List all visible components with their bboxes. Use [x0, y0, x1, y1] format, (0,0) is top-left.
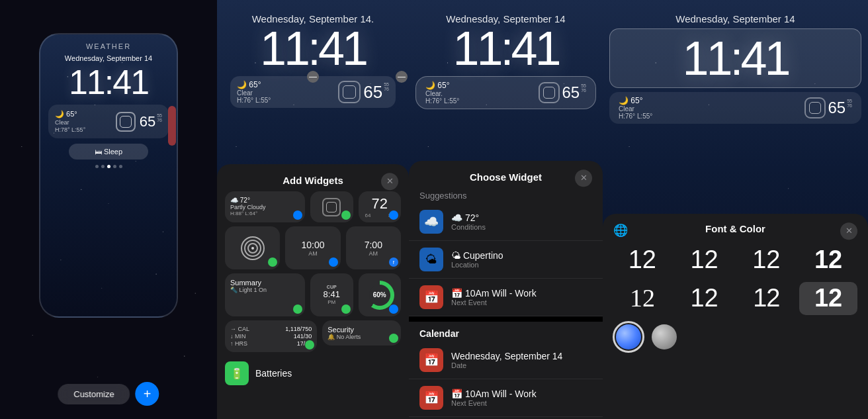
p3-weather-right: 65 55 76: [539, 82, 587, 103]
p4-weather-temp: 🌙 65°: [619, 96, 652, 105]
aws-time-widget1[interactable]: 10:00 AM: [285, 226, 340, 269]
dot-2: [101, 165, 105, 168]
color-gray-button[interactable]: [652, 324, 677, 349]
p1-bottom-bar: Customize +: [58, 382, 159, 406]
cupertino-icon: 🌤: [419, 248, 443, 271]
p4-weather-desc: Clear: [619, 105, 652, 113]
conditions-icon: ☁️: [419, 210, 443, 234]
p1-watch-icon: [116, 112, 136, 132]
cws-item-event[interactable]: 📅 📅 10Am Will - Work Next Event: [409, 279, 603, 316]
cws-event-title: 📅 10Am Will - Work: [451, 288, 537, 299]
aws-row-3: Summary 🔦 Light 1 On CUP 8:41 PM 60%: [217, 273, 409, 320]
p3-weather-temp: 🌙 65°: [425, 81, 459, 90]
aws-target-widget[interactable]: [225, 226, 280, 269]
remove-widget-right-button[interactable]: —: [396, 71, 408, 83]
p4-time-box: 11:41: [609, 28, 861, 88]
aws-min-val: 141/30: [294, 333, 312, 340]
aws-watch-widget[interactable]: [310, 191, 353, 222]
font-item-semibold[interactable]: 12: [799, 244, 857, 277]
p1-time: 11:41: [40, 65, 177, 99]
watch-face: [326, 202, 337, 212]
batteries-icon: 🔋: [225, 361, 249, 385]
cws-item-cupertino-text: 🌤 Cupertino Location: [451, 250, 503, 269]
cws-event-sub: Next Event: [451, 299, 537, 306]
aws-batteries-item[interactable]: 🔋 Batteries: [217, 356, 409, 391]
p1-watch-face: [120, 116, 132, 128]
cws-cal-event: 📅 10Am Will - Work: [451, 389, 537, 399]
p2-watch-icon: [338, 81, 361, 103]
cws-cal-date-item[interactable]: 📅 Wednesday, September 14 Date: [409, 342, 603, 379]
p4-watch-icon: [804, 97, 826, 118]
font-item-condensed[interactable]: 12: [675, 282, 734, 315]
p4-weather-detail: H:76° L:55°: [619, 113, 652, 120]
ring-3: [247, 243, 258, 254]
font-item-rounded[interactable]: 12: [738, 282, 796, 315]
p4-weather-left: 🌙 65° Clear H:76° L:55°: [619, 96, 652, 120]
font-item-bold-selected[interactable]: 12: [799, 282, 857, 315]
aws-close-button[interactable]: ✕: [381, 173, 398, 190]
p3-weather-detail: H:76° L:55°: [425, 97, 459, 105]
aws-time-widget2[interactable]: 7:00 AM f: [346, 226, 401, 269]
cws-divider: [409, 316, 603, 322]
aws-badge-security: [389, 334, 398, 343]
aws-summary-widget[interactable]: Summary 🔦 Light 1 On: [225, 273, 305, 316]
p2-watch-face: [343, 85, 356, 99]
cws-item-cupertino[interactable]: 🌤 🌤 Cupertino Location: [409, 241, 603, 279]
aws-security-widget[interactable]: Security 🔔 No Alerts: [322, 320, 401, 346]
cws-cal-event-item[interactable]: 📅 📅 10Am Will - Work Next Event: [409, 379, 603, 417]
aws-weather-widget[interactable]: ☁️ 72° Partly Cloudy H:88° L:64°: [225, 191, 305, 222]
cws-item-conditions[interactable]: ☁️ ☁️ 72° Conditions: [409, 203, 603, 241]
font-color-sheet: 🌐 Font & Color ✕ 12 12 12 12 12: [603, 214, 868, 419]
p4-temp-big: 65: [828, 99, 846, 117]
cws-cupertino-sub: Location: [451, 261, 503, 269]
aws-circle-widget[interactable]: 60%: [359, 273, 402, 316]
remove-widget-left-button[interactable]: —: [307, 71, 319, 83]
p4-watch-face: [809, 102, 821, 114]
font-item-thin[interactable]: 12: [613, 244, 672, 277]
sleep-button[interactable]: 🛏 Sleep: [69, 144, 148, 160]
aws-security-sub: 🔔 No Alerts: [327, 334, 396, 340]
cws-cal-date-text: Wednesday, September 14 Date: [451, 351, 562, 369]
aws-badge-time1: [329, 257, 338, 267]
aws-clock-am2: AM: [369, 250, 378, 257]
p3-temp-big: 65: [562, 83, 580, 102]
p2-date: Wednesday, September 14.: [217, 0, 409, 24]
p4-temp-small: 55 76: [847, 99, 852, 108]
p3-watch-icon: [539, 82, 560, 103]
p3-weather-left: 🌙 65° Clear. H:76° L:55°: [425, 81, 459, 105]
aws-cal-label: → CAL: [230, 326, 249, 332]
p2-weather-left: 🌙 65° Clear H:76° L:55°: [237, 80, 271, 104]
p1-weather-temp: 🌙 65°: [55, 110, 85, 118]
side-pill: [168, 106, 176, 146]
p1-date: Wednesday, September 14: [40, 54, 177, 62]
font-item-serif[interactable]: 12: [613, 282, 672, 315]
batteries-label: Batteries: [255, 368, 292, 379]
phone-frame: WEATHER Wednesday, September 14 11:41 🌙 …: [39, 33, 178, 318]
aws-row-4: → CAL 1,118/750 ↓ MIN 141/30 ↑ HRS 17/12…: [217, 320, 409, 356]
font-item-light[interactable]: 12: [675, 244, 734, 277]
globe-icon: 🌐: [613, 223, 628, 238]
watch-icon: [322, 198, 341, 216]
choose-widget-sheet: Choose Widget ✕ Suggestions ☁️ ☁️ 72° Co…: [409, 161, 603, 419]
fcs-close-button[interactable]: ✕: [840, 222, 857, 240]
font-item-regular[interactable]: 12: [738, 244, 796, 277]
aws-number-widget[interactable]: 72 64 88: [359, 191, 402, 222]
aws-badge-blue-2: [389, 210, 398, 220]
customize-button[interactable]: Customize: [58, 384, 130, 404]
p4-weather-right: 65 55 76: [804, 97, 853, 118]
aws-cup-widget[interactable]: CUP 8:41 PM: [310, 273, 353, 316]
cws-close-button[interactable]: ✕: [575, 169, 592, 187]
page-dots: [40, 165, 177, 168]
aws-hrs-label: ↑ HRS: [230, 340, 247, 347]
fcs-header: 🌐 Font & Color ✕: [603, 214, 868, 241]
p4-date: Wednesday, September 14: [603, 0, 868, 24]
aws-clock-time: 10:00: [301, 240, 324, 250]
cws-cupertino-title: 🌤 Cupertino: [451, 250, 503, 261]
plus-button[interactable]: +: [136, 382, 159, 406]
color-blue-button[interactable]: [616, 324, 641, 349]
cws-cal-event-text: 📅 10Am Will - Work Next Event: [451, 389, 537, 407]
dot-4: [113, 165, 116, 168]
aws-stats-widget[interactable]: → CAL 1,118/750 ↓ MIN 141/30 ↑ HRS 17/12: [225, 320, 317, 352]
cws-item-conditions-text: ☁️ 72° Conditions: [451, 212, 486, 231]
dot-3: [107, 165, 110, 168]
